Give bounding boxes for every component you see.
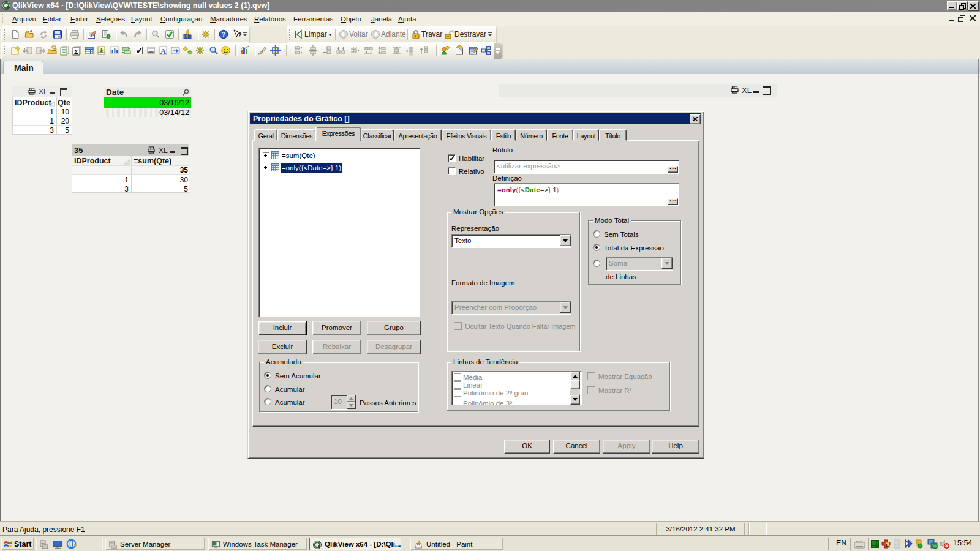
svg-text:Σ: Σ [74, 48, 78, 55]
svg-text:?: ? [238, 31, 242, 39]
svg-text:A: A [160, 47, 167, 56]
svg-text:E: E [886, 542, 889, 548]
svg-text:?: ? [222, 31, 226, 38]
